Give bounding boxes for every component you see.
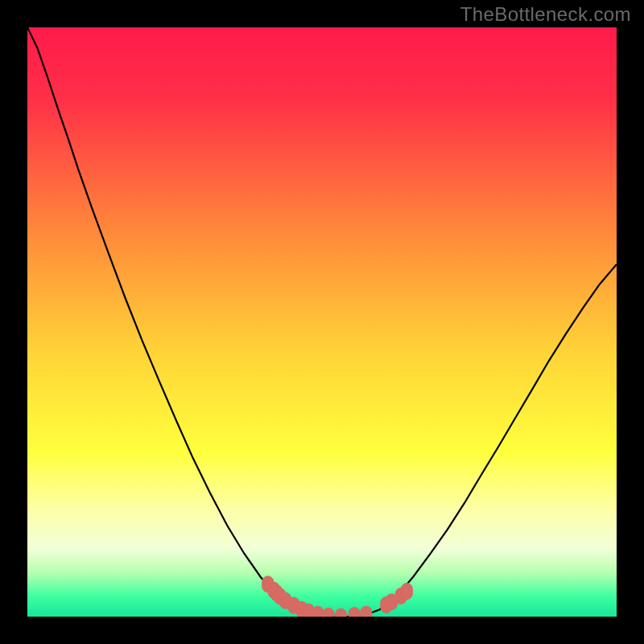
outer-frame: TheBottleneck.com [0,0,644,644]
marker-point [312,606,324,617]
bottleneck-curve [27,27,617,617]
watermark-label: TheBottleneck.com [460,3,631,26]
marker-point [349,608,360,617]
plot-area [27,27,617,617]
marker-point [401,584,412,600]
marker-point [361,606,372,617]
curve-line [27,27,617,617]
marker-point [335,609,346,617]
highlight-markers [262,576,413,617]
marker-point [323,608,334,617]
